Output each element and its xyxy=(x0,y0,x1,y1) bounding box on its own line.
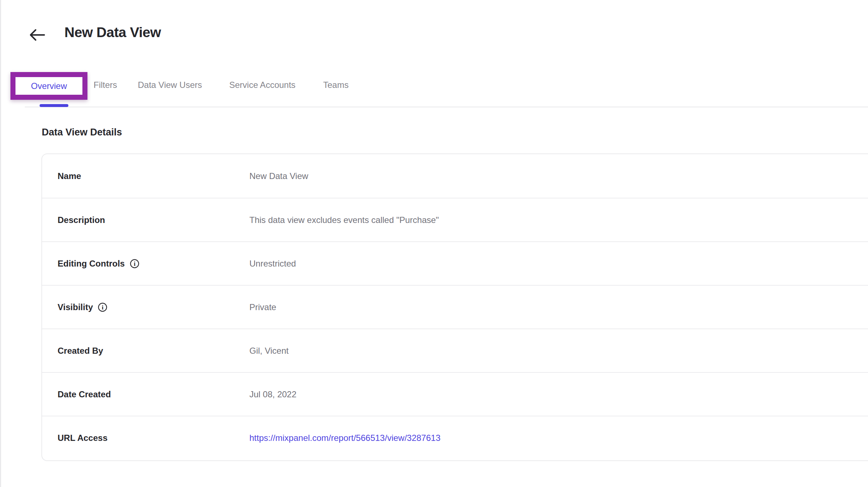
row-label-text: Visibility xyxy=(58,302,93,312)
data-view-details-card: Name New Data View Description This data… xyxy=(41,153,868,461)
detail-row-description: Description This data view excludes even… xyxy=(42,198,868,241)
detail-row-date-created: Date Created Jul 08, 2022 xyxy=(42,372,868,416)
active-tab-indicator xyxy=(40,104,68,107)
section-title: Data View Details xyxy=(42,127,122,138)
row-label: URL Access xyxy=(58,433,249,443)
row-value: Gil, Vicent xyxy=(249,346,289,356)
row-value: New Data View xyxy=(249,171,308,181)
row-value: Private xyxy=(249,302,276,312)
arrow-left-icon xyxy=(28,28,46,42)
url-access-link[interactable]: https://mixpanel.com/report/566513/view/… xyxy=(249,433,440,443)
row-label: Description xyxy=(58,215,249,225)
page-title: New Data View xyxy=(64,24,161,41)
row-label: Visibility i xyxy=(58,302,249,312)
row-value: This data view excludes events called "P… xyxy=(249,215,439,225)
annotation-highlight: Overview xyxy=(10,72,87,100)
row-label: Editing Controls i xyxy=(58,259,249,269)
detail-row-name: Name New Data View xyxy=(42,154,868,198)
page: New Data View Overview Filters Data View… xyxy=(0,0,868,487)
tab-bar-divider xyxy=(25,107,868,107)
detail-row-visibility: Visibility i Private xyxy=(42,285,868,329)
info-circle-icon[interactable]: i xyxy=(98,302,108,312)
svg-text:i: i xyxy=(134,260,135,267)
tab-service-accounts[interactable]: Service Accounts xyxy=(229,80,295,90)
row-value: Unrestricted xyxy=(249,259,296,269)
tab-teams[interactable]: Teams xyxy=(323,80,349,90)
row-value: https://mixpanel.com/report/566513/view/… xyxy=(249,433,440,443)
svg-text:i: i xyxy=(102,304,104,311)
back-button[interactable] xyxy=(27,27,47,43)
tab-overview[interactable]: Overview xyxy=(31,81,67,91)
detail-row-created-by: Created By Gil, Vicent xyxy=(42,329,868,372)
row-label: Name xyxy=(58,171,249,181)
row-label-text: Editing Controls xyxy=(58,259,125,269)
detail-row-url-access: URL Access https://mixpanel.com/report/5… xyxy=(42,416,868,459)
row-label: Date Created xyxy=(58,389,249,399)
row-value: Jul 08, 2022 xyxy=(249,389,297,399)
info-circle-icon[interactable]: i xyxy=(130,259,140,269)
detail-row-editing-controls: Editing Controls i Unrestricted xyxy=(42,241,868,285)
row-label: Created By xyxy=(58,346,249,356)
tab-data-view-users[interactable]: Data View Users xyxy=(138,80,202,90)
tab-filters[interactable]: Filters xyxy=(94,80,117,90)
